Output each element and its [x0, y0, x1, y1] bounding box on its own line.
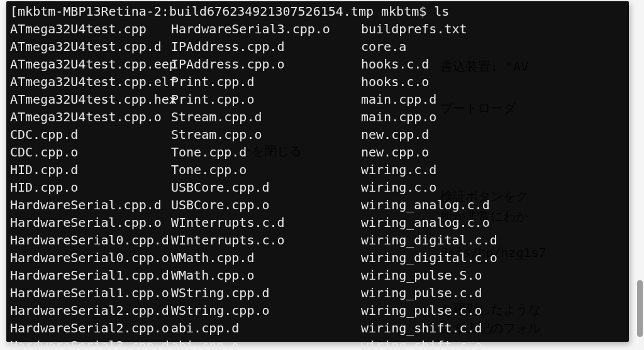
- file-name: main.cpp.o: [361, 108, 625, 126]
- file-name: wiring_digital.c.o: [361, 249, 625, 266]
- list-row: CDC.cpp.oTone.cpp.dnew.cpp.o: [10, 143, 625, 161]
- list-row: HardwareSerial2.cpp.dWString.cpp.owiring…: [10, 302, 625, 319]
- file-name: CDC.cpp.o: [10, 143, 171, 161]
- command-text: ls: [434, 4, 449, 19]
- file-name: HardwareSerial0.cpp.d: [10, 231, 171, 249]
- file-name: buildprefs.txt: [361, 20, 625, 38]
- list-row: HID.cpp.oUSBCore.cpp.dwiring.c.o: [10, 178, 625, 196]
- list-row: ATmega32U4test.cpp.elfPrint.cpp.dhooks.c…: [10, 73, 625, 90]
- file-name: wiring.c.o: [361, 178, 625, 196]
- list-row: HardwareSerial.cpp.oWInterrupts.c.dwirin…: [10, 214, 625, 231]
- file-name: wiring_analog.c.d: [361, 196, 625, 214]
- file-name: abi.cpp.o: [171, 337, 361, 350]
- file-name: HardwareSerial0.cpp.o: [10, 249, 171, 266]
- file-name: USBCore.cpp.o: [171, 196, 361, 214]
- file-name: hooks.c.o: [361, 73, 625, 90]
- file-name: USBCore.cpp.d: [171, 178, 361, 196]
- file-name: Stream.cpp.o: [171, 126, 361, 143]
- file-name: wiring_shift.c.d: [361, 319, 625, 337]
- file-name: ATmega32U4test.cpp.hex: [10, 90, 171, 108]
- list-row: HardwareSerial0.cpp.oWMath.cpp.dwiring_d…: [10, 249, 625, 266]
- ls-output: ATmega32U4test.cppHardwareSerial3.cpp.ob…: [10, 20, 625, 350]
- scrollbar-thumb[interactable]: [637, 280, 643, 337]
- file-name: HardwareSerial.cpp.o: [10, 214, 171, 231]
- file-name: core.a: [361, 38, 625, 55]
- file-name: Tone.cpp.d: [171, 143, 361, 161]
- file-name: wiring.c.d: [361, 161, 625, 178]
- file-name: ATmega32U4test.cpp: [10, 20, 171, 38]
- list-row: CDC.cpp.dStream.cpp.onew.cpp.d: [10, 126, 625, 143]
- list-row: HardwareSerial1.cpp.dWMath.cpp.owiring_p…: [10, 266, 625, 284]
- file-name: WInterrupts.c.d: [171, 214, 361, 231]
- list-row: ATmega32U4test.cppHardwareSerial3.cpp.ob…: [10, 20, 625, 38]
- file-name: IPAddress.cpp.o: [171, 55, 361, 73]
- file-name: WInterrupts.c.o: [171, 231, 361, 249]
- list-row: HardwareSerial2.cpp.oabi.cpp.dwiring_shi…: [10, 319, 625, 337]
- file-name: Print.cpp.o: [171, 90, 361, 108]
- file-name: WString.cpp.d: [171, 284, 361, 302]
- list-row: HardwareSerial0.cpp.dWInterrupts.c.owiri…: [10, 231, 625, 249]
- file-name: Stream.cpp.d: [171, 108, 361, 126]
- file-name: wiring_pulse.c.o: [361, 302, 625, 319]
- file-name: HardwareSerial2.cpp.d: [10, 302, 171, 319]
- file-name: HardwareSerial1.cpp.o: [10, 284, 171, 302]
- terminal-output[interactable]: [mkbtm-MBP13Retina-2:build67623492130752…: [6, 1, 629, 342]
- file-name: Print.cpp.d: [171, 73, 361, 90]
- file-name: new.cpp.d: [361, 126, 625, 143]
- file-name: ATmega32U4test.cpp.o: [10, 108, 171, 126]
- list-row: HID.cpp.dTone.cpp.owiring.c.d: [10, 161, 625, 178]
- list-row: ATmega32U4test.cpp.hexPrint.cpp.omain.cp…: [10, 90, 625, 108]
- file-name: ATmega32U4test.cpp.elf: [10, 73, 171, 90]
- file-name: HardwareSerial3.cpp.o: [171, 20, 361, 38]
- file-name: wiring_digital.c.d: [361, 231, 625, 249]
- list-row: ATmega32U4test.cpp.eepIPAddress.cpp.ohoo…: [10, 55, 625, 73]
- file-name: ATmega32U4test.cpp.d: [10, 38, 171, 55]
- file-name: IPAddress.cpp.d: [171, 38, 361, 55]
- file-name: HID.cpp.d: [10, 161, 171, 178]
- file-name: HardwareSerial1.cpp.d: [10, 266, 171, 284]
- file-name: HardwareSerial2.cpp.o: [10, 319, 171, 337]
- list-row: ATmega32U4test.cpp.dIPAddress.cpp.dcore.…: [10, 38, 625, 55]
- file-name: HID.cpp.o: [10, 178, 171, 196]
- terminal-window[interactable]: [mkbtm-MBP13Retina-2:build67623492130752…: [6, 1, 629, 342]
- list-row: HardwareSerial.cpp.dUSBCore.cpp.owiring_…: [10, 196, 625, 214]
- file-name: wiring_pulse.c.d: [361, 284, 625, 302]
- file-name: Tone.cpp.o: [171, 161, 361, 178]
- page-scrollbar[interactable]: [637, 1, 643, 341]
- file-name: HardwareSerial3.cpp.d: [10, 337, 171, 350]
- file-name: abi.cpp.d: [171, 319, 361, 337]
- file-name: wiring_pulse.S.o: [361, 266, 625, 284]
- file-name: CDC.cpp.d: [10, 126, 171, 143]
- list-row: HardwareSerial1.cpp.oWString.cpp.dwiring…: [10, 284, 625, 302]
- list-row: ATmega32U4test.cpp.oStream.cpp.dmain.cpp…: [10, 108, 625, 126]
- file-name: WString.cpp.o: [171, 302, 361, 319]
- file-name: wiring_shift.c.o: [361, 337, 625, 350]
- file-name: hooks.c.d: [361, 55, 625, 73]
- file-name: main.cpp.d: [361, 90, 625, 108]
- list-row: HardwareSerial3.cpp.dabi.cpp.owiring_shi…: [10, 337, 625, 350]
- file-name: HardwareSerial.cpp.d: [10, 196, 171, 214]
- file-name: wiring_analog.c.o: [361, 214, 625, 231]
- file-name: new.cpp.o: [361, 143, 625, 161]
- file-name: WMath.cpp.d: [171, 249, 361, 266]
- prompt-line-top: [mkbtm-MBP13Retina-2:build67623492130752…: [10, 3, 625, 20]
- file-name: WMath.cpp.o: [171, 266, 361, 284]
- file-name: ATmega32U4test.cpp.eep: [10, 55, 171, 73]
